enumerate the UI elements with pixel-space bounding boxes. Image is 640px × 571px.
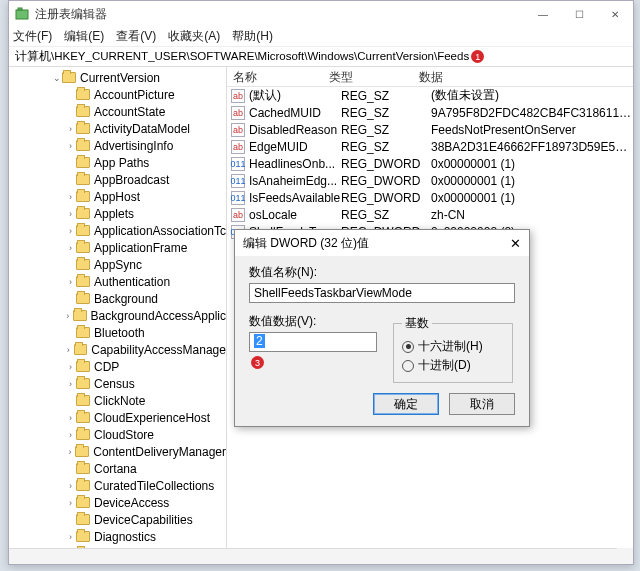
radio-hex[interactable]: 十六进制(H)	[402, 338, 504, 355]
folder-icon	[74, 344, 88, 355]
value-data-text: 2	[254, 334, 265, 348]
value-row[interactable]: abEdgeMUIDREG_SZ38BA2D31E46662FF18973D59…	[227, 138, 633, 155]
tree-node[interactable]: ›ApplicationAssociationTc	[9, 222, 226, 239]
folder-icon	[75, 446, 89, 457]
tree-node[interactable]: ›CapabilityAccessManage	[9, 341, 226, 358]
value-row[interactable]: abDisabledReasonREG_SZFeedsNotPresentOnS…	[227, 121, 633, 138]
menu-file[interactable]: 文件(F)	[13, 28, 52, 45]
folder-icon	[76, 259, 90, 270]
ok-button[interactable]: 确定	[373, 393, 439, 415]
caret-icon: ›	[65, 226, 76, 236]
tree-node[interactable]: AccountState	[9, 103, 226, 120]
value-row[interactable]: 011IsAnaheimEdg...REG_DWORD0x00000001 (1…	[227, 172, 633, 189]
menu-view[interactable]: 查看(V)	[116, 28, 156, 45]
tree-label: Cortana	[94, 462, 137, 476]
cancel-button[interactable]: 取消	[449, 393, 515, 415]
value-row[interactable]: 011IsFeedsAvailableREG_DWORD0x00000001 (…	[227, 189, 633, 206]
folder-icon	[62, 72, 76, 83]
value-data: 0x00000001 (1)	[431, 157, 633, 171]
value-name: CachedMUID	[249, 106, 341, 120]
base-fieldset: 基数 十六进制(H) 十进制(D)	[393, 315, 513, 383]
tree-label: Authentication	[94, 275, 170, 289]
value-data: FeedsNotPresentOnServer	[431, 123, 633, 137]
tree-node[interactable]: ›Diagnostics	[9, 528, 226, 545]
tree-node[interactable]: ›CuratedTileCollections	[9, 477, 226, 494]
folder-icon	[76, 123, 90, 134]
value-data: 0x00000001 (1)	[431, 174, 633, 188]
tree-node[interactable]: ›CloudExperienceHost	[9, 409, 226, 426]
tree-node[interactable]: App Paths	[9, 154, 226, 171]
tree-node[interactable]: ClickNote	[9, 392, 226, 409]
dialog-titlebar[interactable]: 编辑 DWORD (32 位)值 ✕	[235, 230, 529, 256]
value-row[interactable]: 011HeadlinesOnb...REG_DWORD0x00000001 (1…	[227, 155, 633, 172]
value-type: REG_SZ	[341, 123, 431, 137]
tree-node[interactable]: ›DeviceAccess	[9, 494, 226, 511]
app-icon	[15, 7, 29, 21]
value-name: (默认)	[249, 87, 341, 104]
tree-node[interactable]: ›ActivityDataModel	[9, 120, 226, 137]
registry-tree[interactable]: ⌄CurrentVersionAccountPictureAccountStat…	[9, 67, 227, 564]
tree-node[interactable]: ›AdvertisingInfo	[9, 137, 226, 154]
tree-node[interactable]: ›ContentDeliveryManager	[9, 443, 226, 460]
value-row[interactable]: ab(默认)REG_SZ(数值未设置)	[227, 87, 633, 104]
tree-node[interactable]: Background	[9, 290, 226, 307]
tree-label: ClickNote	[94, 394, 145, 408]
titlebar[interactable]: 注册表编辑器 — ☐ ✕	[9, 1, 633, 27]
folder-icon	[76, 463, 90, 474]
folder-icon	[76, 208, 90, 219]
horizontal-scrollbar[interactable]	[9, 548, 633, 564]
tree-node[interactable]: Bluetooth	[9, 324, 226, 341]
tree-node[interactable]: ›ApplicationFrame	[9, 239, 226, 256]
tree-node[interactable]: ›Census	[9, 375, 226, 392]
tree-label: AccountState	[94, 105, 165, 119]
value-data: 38BA2D31E46662FF18973D59E52563FA	[431, 140, 633, 154]
window-title: 注册表编辑器	[35, 6, 107, 23]
tree-node[interactable]: Cortana	[9, 460, 226, 477]
menu-help[interactable]: 帮助(H)	[232, 28, 273, 45]
value-row[interactable]: abosLocaleREG_SZzh-CN	[227, 206, 633, 223]
tree-node[interactable]: ›AppHost	[9, 188, 226, 205]
value-name: IsAnaheimEdg...	[249, 174, 341, 188]
tree-node[interactable]: ›Authentication	[9, 273, 226, 290]
tree-node[interactable]: ›BackgroundAccessApplic	[9, 307, 226, 324]
close-button[interactable]: ✕	[597, 1, 633, 27]
value-name: HeadlinesOnb...	[249, 157, 341, 171]
address-bar[interactable]: 计算机\HKEY_CURRENT_USER\SOFTWARE\Microsoft…	[9, 47, 633, 67]
value-name: DisabledReason	[249, 123, 341, 137]
col-data[interactable]: 数据	[413, 67, 633, 86]
tree-label: BackgroundAccessApplic	[91, 309, 226, 323]
caret-icon: ›	[65, 141, 76, 151]
folder-icon	[76, 140, 90, 151]
tree-node[interactable]: ›CloudStore	[9, 426, 226, 443]
value-type: REG_SZ	[341, 89, 431, 103]
edit-dword-dialog: 编辑 DWORD (32 位)值 ✕ 数值名称(N): 数值数据(V): 2 3…	[234, 229, 530, 427]
tree-node[interactable]: ›Applets	[9, 205, 226, 222]
tree-node[interactable]: AppSync	[9, 256, 226, 273]
tree-node[interactable]: AppBroadcast	[9, 171, 226, 188]
caret-icon: ›	[65, 209, 76, 219]
callout-badge-1: 1	[471, 50, 484, 63]
caret-icon: ›	[63, 345, 74, 355]
resize-grip[interactable]	[617, 548, 633, 564]
col-type[interactable]: 类型	[323, 67, 413, 86]
value-name: EdgeMUID	[249, 140, 341, 154]
folder-icon	[76, 174, 90, 185]
tree-label: App Paths	[94, 156, 149, 170]
col-name[interactable]: 名称	[227, 67, 323, 86]
dialog-close-icon[interactable]: ✕	[510, 236, 521, 251]
tree-node[interactable]: DeviceCapabilities	[9, 511, 226, 528]
tree-node[interactable]: ›CDP	[9, 358, 226, 375]
minimize-button[interactable]: —	[525, 1, 561, 27]
tree-node[interactable]: AccountPicture	[9, 86, 226, 103]
value-data-field[interactable]: 2	[249, 332, 377, 352]
value-name-field[interactable]	[249, 283, 515, 303]
value-row[interactable]: abCachedMUIDREG_SZ9A795F8D2FDC482CB4FC31…	[227, 104, 633, 121]
tree-node[interactable]: ⌄CurrentVersion	[9, 69, 226, 86]
menu-edit[interactable]: 编辑(E)	[64, 28, 104, 45]
folder-icon	[76, 327, 90, 338]
radio-dec[interactable]: 十进制(D)	[402, 357, 504, 374]
tree-label: Applets	[94, 207, 134, 221]
radio-dot-icon	[402, 341, 414, 353]
menu-favorites[interactable]: 收藏夹(A)	[168, 28, 220, 45]
maximize-button[interactable]: ☐	[561, 1, 597, 27]
